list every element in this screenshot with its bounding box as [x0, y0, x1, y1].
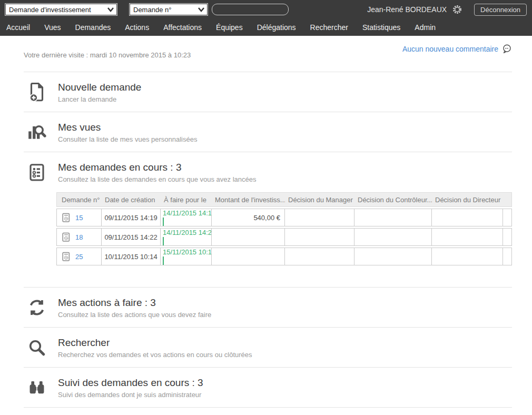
search-field-select-value: Demande n°	[133, 6, 171, 14]
section-title[interactable]: Mes demandes en cours : 3	[58, 162, 257, 173]
section-nouvelle-demande: Nouvelle demande Lancer la demande	[24, 72, 512, 112]
due-date-link[interactable]: 15/11/2015 10:14	[163, 248, 212, 256]
section-link[interactable]: Mes demandes en cours : 3 Consultez la l…	[24, 160, 512, 184]
file-plus-icon	[24, 80, 50, 104]
section-title[interactable]: Suivi des demandes en cours : 3	[58, 377, 203, 389]
director-decision-cell	[432, 248, 503, 265]
last-visit-text: Votre dernière visite : mardi 10 novembr…	[24, 36, 512, 72]
section-link[interactable]: Mes vues Consulter la liste de mes vues …	[24, 120, 512, 144]
main-nav: Accueil Vues Demandes Actions Affectatio…	[0, 19, 532, 36]
amount-cell	[212, 248, 285, 265]
col-header-manager[interactable]: Décision du Manager	[285, 192, 354, 207]
col-header-controleur[interactable]: Décision du Contrôleur...	[354, 192, 432, 207]
section-mes-vues: Mes vues Consulter la liste de mes vues …	[24, 112, 512, 152]
sync-arrows-icon	[24, 295, 50, 320]
col-header-demande[interactable]: Demande n°	[56, 192, 102, 207]
manager-decision-cell	[285, 209, 354, 226]
nav-item-delegations[interactable]: Délégations	[257, 23, 296, 32]
due-progress-bar	[163, 256, 164, 265]
nav-item-accueil[interactable]: Accueil	[6, 23, 30, 32]
topbar: Demande d'investissement Demande n° Jean…	[0, 0, 532, 19]
chart-magnifier-icon	[24, 120, 50, 144]
col-header-directeur[interactable]: Décision du Directeur	[432, 192, 503, 207]
controller-decision-cell	[354, 228, 432, 246]
section-suivi-demandes: Suivi des demandes en cours : 3 Suivi de…	[24, 368, 512, 408]
app-header: Demande d'investissement Demande n° Jean…	[0, 0, 532, 36]
nav-item-equipes[interactable]: Équipes	[216, 23, 243, 32]
director-decision-cell	[432, 209, 503, 226]
col-header-montant[interactable]: Montant de l'investiss...	[212, 192, 285, 207]
section-subtitle: Lancer la demande	[58, 95, 141, 103]
section-subtitle: Consulter la liste de mes vues personnal…	[58, 135, 197, 143]
chevron-down-icon	[106, 6, 115, 13]
section-link[interactable]: Nouvelle demande Lancer la demande	[24, 80, 512, 104]
section-link[interactable]: Suivi des demandes en cours : 3 Suivi de…	[24, 376, 512, 400]
request-id-link[interactable]: 25	[75, 253, 83, 261]
section-title[interactable]: Mes actions à faire : 3	[58, 297, 211, 309]
spacer-cell	[503, 209, 512, 226]
nav-item-vues[interactable]: Vues	[44, 23, 61, 32]
section-title[interactable]: Rechercher	[58, 337, 252, 349]
section-link[interactable]: Rechercher Recherchez vos demandes et vo…	[24, 335, 512, 360]
table-row: 15 09/11/2015 14:19 14/11/2015 14:19 540…	[56, 209, 512, 226]
due-progress-bar	[163, 218, 164, 226]
nav-item-rechercher[interactable]: Rechercher	[310, 23, 348, 32]
amount-cell: 540,00 €	[212, 209, 285, 226]
manager-decision-cell	[285, 228, 354, 246]
comments-link-label: Aucun nouveau commentaire	[402, 45, 498, 53]
created-date: 09/11/2015 14:22	[102, 228, 161, 246]
section-subtitle: Consultez la liste des actions que vous …	[58, 311, 211, 319]
section-subtitle: Consultez la liste des demandes en cours…	[58, 175, 257, 183]
search-input[interactable]	[212, 4, 289, 15]
binoculars-icon	[24, 376, 50, 400]
section-link[interactable]: Mes actions à faire : 3 Consultez la lis…	[24, 295, 512, 320]
due-date-link[interactable]: 14/11/2015 14:19	[163, 209, 212, 217]
nav-item-statistiques[interactable]: Statistiques	[362, 23, 400, 32]
director-decision-cell	[432, 228, 503, 246]
col-header-due[interactable]: À faire pour le	[161, 192, 212, 207]
nav-item-demandes[interactable]: Demandes	[75, 23, 111, 32]
spacer-cell	[503, 228, 512, 246]
due-progress-bar	[163, 237, 164, 246]
section-suivi-actions: Suivi des actions en cours : 3 Suivi des…	[24, 408, 512, 415]
section-title[interactable]: Mes vues	[58, 122, 197, 133]
col-header-creation[interactable]: Date de création	[102, 192, 161, 207]
col-header-spacer	[503, 192, 512, 207]
document-gear-icon	[62, 232, 71, 242]
section-mes-actions: Mes actions à faire : 3 Consultez la lis…	[24, 288, 512, 328]
main-content: Aucun nouveau commentaire Votre dernière…	[0, 36, 532, 415]
comments-link[interactable]: Aucun nouveau commentaire	[402, 44, 512, 54]
search-field-select[interactable]: Demande n°	[130, 4, 208, 15]
gear-icon[interactable]	[452, 4, 462, 15]
document-gear-icon	[62, 252, 71, 262]
manager-decision-cell	[285, 248, 354, 265]
controller-decision-cell	[354, 209, 432, 226]
table-row: 18 09/11/2015 14:22 14/11/2015 14:22	[56, 228, 512, 246]
amount-cell	[212, 228, 285, 246]
doc-type-select-value: Demande d'investissement	[9, 6, 91, 14]
doc-type-select[interactable]: Demande d'investissement	[5, 4, 117, 15]
magnifier-icon	[24, 335, 50, 360]
logout-button[interactable]: Déconnexion	[474, 4, 527, 16]
request-id-link[interactable]: 15	[75, 214, 83, 222]
created-date: 09/11/2015 14:19	[102, 209, 161, 226]
table-row: 25 10/11/2015 10:14 15/11/2015 10:14	[56, 248, 512, 265]
section-subtitle: Recherchez vos demandes et vos actions e…	[58, 351, 252, 359]
spacer-cell	[503, 248, 512, 265]
due-date-link[interactable]: 14/11/2015 14:22	[163, 229, 212, 236]
section-rechercher: Rechercher Recherchez vos demandes et vo…	[24, 328, 512, 368]
speech-bubble-icon	[502, 44, 512, 54]
section-title[interactable]: Nouvelle demande	[58, 82, 141, 93]
document-gear-icon	[62, 213, 71, 223]
controller-decision-cell	[354, 248, 432, 265]
requests-table: Demande n° Date de création À faire pour…	[56, 191, 512, 267]
table-header-row: Demande n° Date de création À faire pour…	[56, 192, 512, 207]
checklist-icon	[24, 160, 50, 184]
user-name: Jean-René BORDEAUX	[367, 5, 447, 14]
created-date: 10/11/2015 10:14	[102, 248, 161, 265]
nav-item-affectations[interactable]: Affectations	[163, 23, 202, 32]
chevron-down-icon	[197, 6, 205, 13]
nav-item-actions[interactable]: Actions	[125, 23, 149, 32]
nav-item-admin[interactable]: Admin	[415, 23, 436, 32]
request-id-link[interactable]: 18	[75, 233, 83, 241]
